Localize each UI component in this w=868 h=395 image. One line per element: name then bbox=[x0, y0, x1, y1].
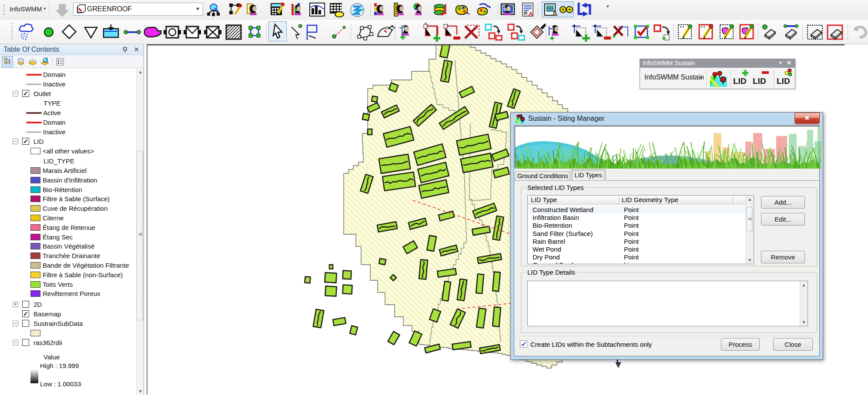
svg-text:A: A bbox=[529, 10, 533, 17]
